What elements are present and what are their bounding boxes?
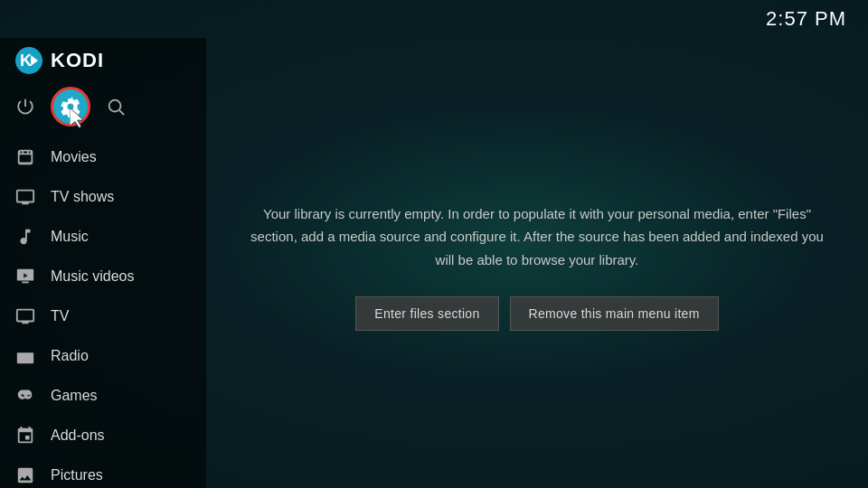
remove-menu-item-button[interactable]: Remove this main menu item bbox=[510, 296, 719, 331]
svg-point-4 bbox=[109, 100, 121, 112]
tv-icon bbox=[14, 305, 36, 327]
svg-text:K: K bbox=[20, 52, 32, 70]
clock: 2:57 PM bbox=[766, 7, 846, 31]
sidebar-item-add-ons[interactable]: Add-ons bbox=[0, 416, 206, 455]
sidebar-item-pictures[interactable]: Pictures bbox=[0, 455, 206, 488]
kodi-logo-icon: K bbox=[14, 46, 43, 75]
sidebar-item-music[interactable]: Music bbox=[0, 217, 206, 257]
tv-label: TV bbox=[51, 308, 69, 324]
svg-point-9 bbox=[28, 356, 32, 360]
music-label: Music bbox=[51, 229, 89, 245]
music-videos-label: Music videos bbox=[51, 268, 134, 285]
gear-icon bbox=[60, 96, 81, 117]
sidebar-top-icons bbox=[0, 83, 206, 137]
add-ons-icon bbox=[14, 425, 36, 446]
tv-shows-label: TV shows bbox=[51, 189, 114, 205]
layout: K KODI bbox=[0, 38, 868, 488]
empty-library-message: Your library is currently empty. In orde… bbox=[242, 202, 832, 272]
tv-shows-icon bbox=[14, 186, 36, 208]
svg-rect-8 bbox=[17, 352, 33, 363]
music-videos-icon bbox=[14, 266, 36, 287]
sidebar-item-radio[interactable]: Radio bbox=[0, 336, 206, 376]
pictures-label: Pictures bbox=[51, 467, 103, 483]
main-nav: Movies TV shows Music M bbox=[0, 137, 206, 488]
games-label: Games bbox=[51, 388, 98, 404]
action-buttons: Enter files section Remove this main men… bbox=[242, 296, 832, 331]
games-icon bbox=[14, 385, 36, 407]
pictures-icon bbox=[14, 465, 36, 486]
sidebar-item-movies[interactable]: Movies bbox=[0, 137, 206, 177]
music-icon bbox=[14, 226, 36, 248]
top-bar: 2:57 PM bbox=[0, 0, 868, 38]
add-ons-label: Add-ons bbox=[51, 427, 105, 444]
app-title: KODI bbox=[51, 49, 104, 72]
sidebar-item-tv[interactable]: TV bbox=[0, 296, 206, 336]
enter-files-button[interactable]: Enter files section bbox=[355, 296, 498, 331]
kodi-header: K KODI bbox=[0, 38, 206, 83]
movies-label: Movies bbox=[51, 149, 97, 165]
power-button[interactable] bbox=[11, 92, 40, 121]
radio-icon bbox=[14, 345, 36, 367]
settings-button[interactable] bbox=[51, 87, 90, 127]
sidebar-item-tv-shows[interactable]: TV shows bbox=[0, 177, 206, 217]
sidebar-item-music-videos[interactable]: Music videos bbox=[0, 257, 206, 296]
search-icon bbox=[106, 97, 126, 117]
svg-line-5 bbox=[119, 110, 124, 115]
sidebar-item-games[interactable]: Games bbox=[0, 376, 206, 416]
sidebar: K KODI bbox=[0, 38, 206, 488]
radio-label: Radio bbox=[51, 348, 89, 364]
search-button[interactable] bbox=[101, 92, 130, 121]
movies-icon bbox=[14, 146, 36, 168]
main-content: Your library is currently empty. In orde… bbox=[206, 38, 868, 488]
svg-rect-10 bbox=[19, 355, 24, 357]
empty-library-box: Your library is currently empty. In orde… bbox=[242, 202, 832, 332]
